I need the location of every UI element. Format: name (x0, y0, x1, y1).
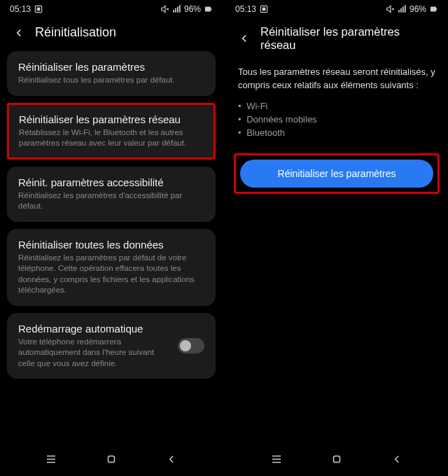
auto-restart-item[interactable]: Redémarrage automatique Votre téléphone … (7, 313, 216, 379)
status-time: 05:13 (10, 4, 31, 14)
reset-network-item[interactable]: Réinitialiser les paramètres réseau Réta… (7, 103, 216, 160)
back-nav-icon[interactable] (391, 453, 403, 465)
status-bar: 05:13 96% (225, 0, 448, 18)
back-icon[interactable] (238, 32, 251, 45)
reset-accessibility-item[interactable]: Réinit. paramètres accessibilité Réiniti… (7, 167, 216, 222)
signal-icon (172, 4, 182, 14)
header: Réinitialisation (0, 18, 223, 51)
item-title: Réinit. paramètres accessibilité (18, 176, 204, 188)
item-title: Réinitialiser les paramètres (18, 61, 204, 73)
content-area: Tous les paramètres réseau seront réinit… (225, 63, 448, 194)
battery-pct: 96% (184, 4, 201, 14)
svg-rect-11 (436, 8, 437, 10)
svg-rect-9 (262, 8, 266, 11)
reset-all-data-item[interactable]: Réinitialiser toutes les données Réiniti… (7, 229, 216, 306)
status-bar: 05:13 96% (0, 0, 223, 18)
svg-rect-7 (108, 456, 115, 463)
back-icon[interactable] (13, 27, 25, 39)
item-desc: Votre téléphone redémarrera automatiquem… (18, 337, 171, 370)
item-desc: Réinitialisez les paramètres par défaut … (18, 253, 204, 296)
reset-settings-item[interactable]: Réinitialiser les paramètres Réinitialis… (7, 51, 216, 96)
mute-icon (386, 4, 396, 14)
signal-icon (398, 4, 407, 14)
header: Réinitialiser les paramètres réseau (225, 18, 448, 63)
item-desc: Réinitialisez tous les paramètres par dé… (18, 75, 204, 86)
list-item: Données mobiles (238, 113, 435, 126)
back-nav-icon[interactable] (165, 453, 178, 465)
nav-bar (0, 447, 223, 476)
screenshot-icon (259, 4, 269, 14)
svg-rect-10 (430, 7, 436, 12)
mute-icon (160, 4, 170, 14)
item-title: Réinitialiser toutes les données (18, 239, 204, 251)
nav-bar (225, 447, 448, 476)
button-highlight: Réinitialiser les paramètres (234, 153, 440, 194)
phone-right: 05:13 96% Réinitialiser les paramètres r… (225, 0, 448, 476)
settings-list: Réinitialiser les paramètres Réinitialis… (0, 51, 223, 447)
battery-icon (428, 4, 438, 14)
item-desc: Rétablissez le Wi-Fi, le Bluetooth et le… (19, 127, 204, 149)
item-title: Redémarrage automatique (18, 323, 171, 335)
home-icon[interactable] (105, 453, 118, 465)
recents-icon[interactable] (270, 453, 283, 465)
phone-left: 05:13 96% Réinitialisation Réinitialiser… (0, 0, 223, 476)
reset-settings-button[interactable]: Réinitialiser les paramètres (240, 160, 433, 188)
reset-items-list: Wi-Fi Données mobiles Bluetooth (225, 99, 448, 153)
status-time: 05:13 (235, 4, 256, 14)
screenshot-icon (34, 4, 43, 14)
page-title: Réinitialiser les paramètres réseau (260, 25, 435, 52)
svg-rect-2 (205, 7, 211, 12)
page-title: Réinitialisation (35, 25, 116, 40)
battery-icon (203, 4, 213, 14)
list-item: Wi-Fi (238, 99, 435, 113)
info-text: Tous les paramètres réseau seront réinit… (225, 63, 448, 99)
list-item: Bluetooth (238, 126, 435, 139)
recents-icon[interactable] (45, 453, 57, 465)
home-icon[interactable] (330, 453, 343, 465)
svg-rect-3 (211, 8, 211, 10)
svg-rect-1 (37, 8, 41, 11)
battery-pct: 96% (410, 4, 426, 14)
auto-restart-toggle[interactable] (178, 338, 204, 354)
svg-rect-15 (334, 456, 340, 463)
item-title: Réinitialiser les paramètres réseau (19, 113, 204, 125)
item-desc: Réinitialisez les paramètres d'accessibi… (18, 190, 204, 212)
